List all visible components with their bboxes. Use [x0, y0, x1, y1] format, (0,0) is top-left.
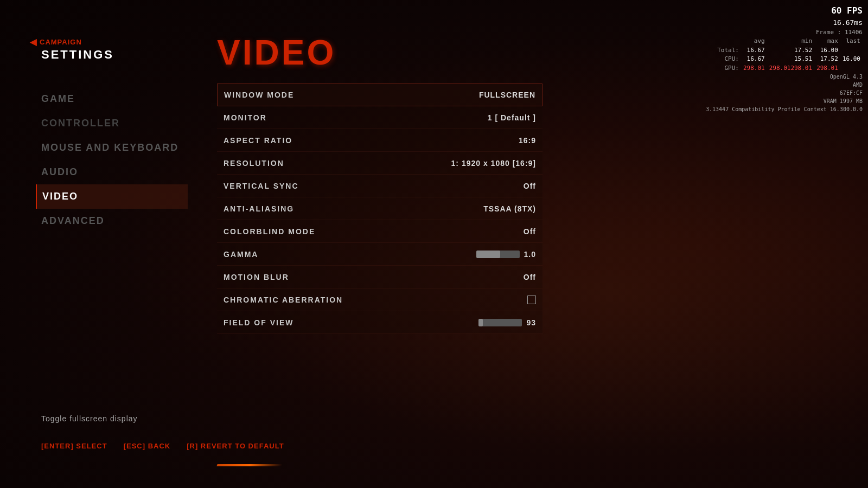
setting-row-window-mode[interactable]: WINDOW MODE FULLSCREEN: [217, 84, 542, 106]
monitor-value: 1 [ Default ]: [488, 113, 536, 122]
back-link[interactable]: ◀ CAMPAIGN: [30, 37, 82, 47]
chromatic-aberration-label: CHROMATIC ABERRATION: [224, 296, 343, 304]
sidebar-item-game[interactable]: GAME: [41, 87, 193, 111]
chromatic-aberration-checkbox[interactable]: [527, 296, 536, 304]
setting-row-field-of-view[interactable]: FIELD OF VIEW 93: [217, 311, 542, 334]
bottom-decoration: [216, 464, 282, 466]
window-mode-label: WINDOW MODE: [224, 91, 294, 99]
setting-row-chromatic-aberration[interactable]: CHROMATIC ABERRATION: [217, 288, 542, 311]
control-hint-back: [ESC] BACK: [124, 442, 171, 450]
page-title: VIDEO: [217, 33, 770, 73]
gamma-control[interactable]: 1.0: [476, 250, 536, 259]
gamma-slider[interactable]: [476, 251, 520, 258]
motion-blur-label: MOTION BLUR: [224, 273, 289, 281]
colorblind-mode-value: Off: [524, 227, 536, 236]
page-settings-title: SETTINGS: [41, 48, 114, 62]
resolution-label: RESOLUTION: [224, 159, 284, 168]
fov-value: 93: [526, 318, 536, 327]
bottom-controls: [ENTER] SELECT [ESC] BACK [R] REVERT TO …: [41, 442, 284, 450]
setting-row-resolution[interactable]: RESOLUTION 1: 1920 x 1080 [16:9]: [217, 152, 542, 175]
aspect-ratio-label: ASPECT RATIO: [224, 136, 292, 145]
setting-row-gamma[interactable]: GAMMA 1.0: [217, 243, 542, 266]
fov-control[interactable]: 93: [478, 318, 536, 327]
window-mode-value: FULLSCREEN: [479, 91, 535, 99]
aspect-ratio-value: 16:9: [519, 136, 536, 145]
back-label: CAMPAIGN: [40, 38, 82, 46]
setting-row-colorblind-mode[interactable]: COLORBLIND MODE Off: [217, 220, 542, 243]
monitor-label: MONITOR: [224, 113, 267, 122]
colorblind-mode-label: COLORBLIND MODE: [224, 227, 315, 236]
hint-text: Toggle fullscreen display: [41, 414, 138, 423]
sidebar-item-advanced[interactable]: ADVANCED: [41, 209, 193, 233]
gamma-slider-fill: [476, 251, 500, 258]
sidebar-item-video[interactable]: VIDEO: [36, 184, 188, 209]
main-content: VIDEO WINDOW MODE FULLSCREEN MONITOR 1 […: [217, 33, 770, 334]
setting-row-vertical-sync[interactable]: VERTICAL SYNC Off: [217, 175, 542, 197]
gamma-value: 1.0: [524, 250, 536, 259]
fps-value: 60 FPS: [706, 4, 863, 17]
sidebar-item-controller: CONTROLLER: [41, 111, 193, 136]
setting-row-motion-blur[interactable]: MOTION BLUR Off: [217, 266, 542, 288]
fov-slider[interactable]: [478, 319, 522, 326]
control-hint-select: [ENTER] SELECT: [41, 442, 107, 450]
sidebar-item-audio[interactable]: AUDIO: [41, 160, 193, 184]
setting-row-aspect-ratio[interactable]: ASPECT RATIO 16:9: [217, 129, 542, 152]
resolution-value: 1: 1920 x 1080 [16:9]: [451, 159, 536, 168]
anti-aliasing-value: TSSAA (8TX): [483, 204, 536, 213]
anti-aliasing-label: ANTI-ALIASING: [224, 204, 294, 213]
settings-list: WINDOW MODE FULLSCREEN MONITOR 1 [ Defau…: [217, 84, 542, 334]
field-of-view-label: FIELD OF VIEW: [224, 318, 293, 327]
motion-blur-value: Off: [524, 273, 536, 281]
fov-slider-fill: [478, 319, 483, 326]
setting-row-monitor[interactable]: MONITOR 1 [ Default ]: [217, 106, 542, 129]
gamma-label: GAMMA: [224, 250, 258, 259]
control-hint-revert: [R] REVERT TO DEFAULT: [187, 442, 284, 450]
back-arrow-icon: ◀: [30, 37, 36, 47]
sidebar-item-mouse-keyboard[interactable]: MOUSE AND KEYBOARD: [41, 136, 193, 160]
vertical-sync-value: Off: [524, 182, 536, 190]
fps-ms: 16.67ms: [706, 17, 863, 28]
left-nav: GAME CONTROLLER MOUSE AND KEYBOARD AUDIO…: [41, 87, 193, 233]
vertical-sync-label: VERTICAL SYNC: [224, 182, 299, 190]
setting-row-anti-aliasing[interactable]: ANTI-ALIASING TSSAA (8TX): [217, 197, 542, 220]
